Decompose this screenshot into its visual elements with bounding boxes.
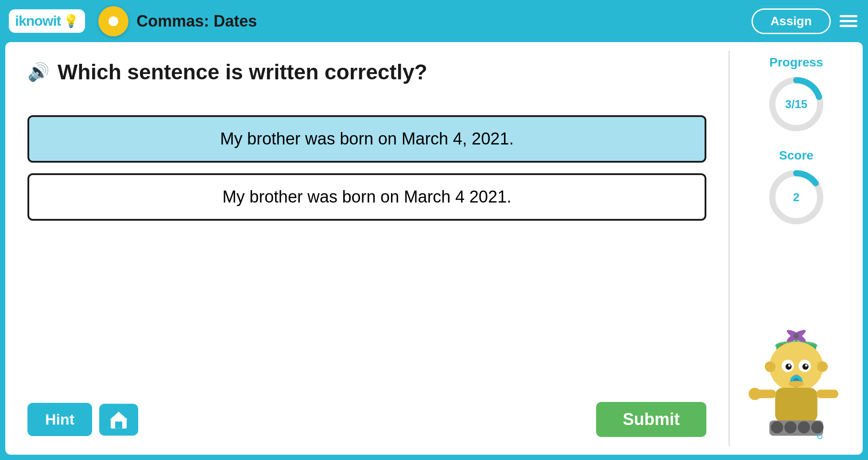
svg-rect-28 xyxy=(775,388,817,422)
bottom-bar: Hint Submit xyxy=(27,402,706,437)
bottom-left-buttons: Hint xyxy=(27,403,138,436)
svg-point-12 xyxy=(794,333,799,339)
home-button[interactable] xyxy=(99,404,138,436)
lesson-badge-inner xyxy=(108,16,118,26)
submit-button[interactable]: Submit xyxy=(596,402,706,437)
svg-point-31 xyxy=(749,388,761,400)
mascot-area: ↻ xyxy=(739,324,854,441)
svg-point-18 xyxy=(786,363,792,370)
logo-box: iknowit 💡 xyxy=(9,9,85,33)
progress-chart: 3/15 xyxy=(765,73,827,135)
svg-point-36 xyxy=(811,421,824,433)
assign-button[interactable]: Assign xyxy=(752,8,831,34)
hamburger-line-2 xyxy=(840,20,857,22)
hamburger-menu-button[interactable] xyxy=(838,13,859,29)
svg-rect-3 xyxy=(119,421,122,429)
svg-marker-1 xyxy=(110,412,128,420)
score-value: 2 xyxy=(793,191,799,204)
svg-point-20 xyxy=(788,364,790,366)
svg-point-33 xyxy=(771,421,783,433)
question-text: Which sentence is written correctly? xyxy=(58,60,427,84)
progress-label: Progress xyxy=(769,55,823,70)
svg-rect-30 xyxy=(816,390,838,398)
score-section: Score 2 xyxy=(765,148,827,228)
speaker-icon[interactable]: 🔊 xyxy=(27,62,50,82)
header: iknowit 💡 Commas: Dates Assign xyxy=(0,0,868,42)
question-area: 🔊 Which sentence is written correctly? xyxy=(27,60,706,84)
svg-point-35 xyxy=(798,421,810,433)
lesson-badge xyxy=(98,6,128,36)
left-panel: 🔊 Which sentence is written correctly? M… xyxy=(5,42,728,455)
logo-bulb-icon: 💡 xyxy=(63,14,79,28)
answer-option-1[interactable]: My brother was born on March 4, 2021. xyxy=(27,115,706,163)
mascot-character: ↻ xyxy=(739,324,854,440)
home-icon xyxy=(109,410,128,429)
progress-value: 3/15 xyxy=(785,97,808,111)
svg-point-34 xyxy=(784,421,797,433)
answer-option-2[interactable]: My brother was born on March 4 2021. xyxy=(27,173,706,221)
score-chart: 2 xyxy=(765,166,827,228)
score-label: Score xyxy=(779,148,814,163)
answer-text-1: My brother was born on March 4, 2021. xyxy=(220,129,514,148)
main-content: 🔊 Which sentence is written correctly? M… xyxy=(5,42,863,455)
hamburger-line-1 xyxy=(840,15,857,17)
right-panel: Progress 3/15 Score 2 xyxy=(730,42,863,455)
answers-area: My brother was born on March 4, 2021. My… xyxy=(27,115,706,221)
answer-text-2: My brother was born on March 4 2021. xyxy=(222,187,512,206)
logo-text: iknowit xyxy=(15,13,61,29)
svg-text:↻: ↻ xyxy=(816,432,823,440)
hamburger-line-3 xyxy=(840,25,857,27)
svg-rect-2 xyxy=(115,421,119,429)
svg-point-25 xyxy=(789,381,804,387)
svg-point-21 xyxy=(805,364,807,366)
progress-section: Progress 3/15 xyxy=(765,55,827,135)
lesson-title: Commas: Dates xyxy=(136,12,257,31)
svg-point-26 xyxy=(765,361,775,372)
header-right: Assign xyxy=(752,8,859,34)
svg-point-19 xyxy=(802,363,809,370)
hint-button[interactable]: Hint xyxy=(27,403,92,436)
logo-area: iknowit 💡 xyxy=(9,9,85,33)
svg-point-27 xyxy=(817,361,828,372)
